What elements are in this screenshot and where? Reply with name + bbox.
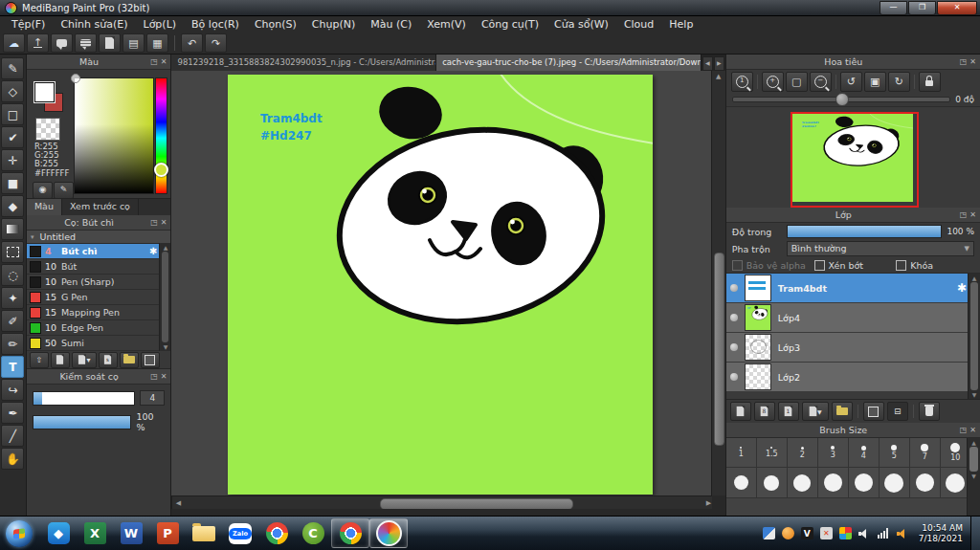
- brush-size-cell[interactable]: [910, 468, 941, 498]
- layer-visibility-icon[interactable]: [730, 343, 738, 351]
- brush-row[interactable]: 15 G Pen ✱: [27, 290, 171, 305]
- menu-window[interactable]: Cửa sổ(W): [546, 17, 616, 32]
- menu-filter[interactable]: Bộ lọc(R): [184, 17, 247, 32]
- minimize-button[interactable]: —: [880, 1, 907, 15]
- lock-checkbox[interactable]: Khóa: [896, 260, 974, 271]
- menu-tools[interactable]: Công cụ(T): [474, 17, 546, 32]
- menu-edit[interactable]: Chỉnh sửa(E): [53, 17, 135, 32]
- eyedropper-tool[interactable]: ✒: [1, 402, 24, 424]
- tab-brush-preview[interactable]: Xem trước cọ: [62, 199, 139, 215]
- tab-scroll-left-button[interactable]: ◀: [702, 56, 713, 71]
- scroll-down-icon[interactable]: ▼: [164, 343, 168, 350]
- brush-size-cell[interactable]: 4: [849, 438, 880, 468]
- rotation-slider-thumb[interactable]: [835, 93, 849, 106]
- operation-select-tool[interactable]: ↪: [1, 379, 24, 401]
- popout-icon[interactable]: ◳: [960, 426, 968, 434]
- select-eraser-tool[interactable]: ✏: [1, 333, 24, 355]
- scroll-left-icon[interactable]: ◀: [172, 499, 184, 507]
- fit-screen-button[interactable]: ▢: [786, 72, 808, 92]
- close-icon[interactable]: ✕: [969, 210, 976, 219]
- menu-color[interactable]: Màu (C): [363, 17, 419, 32]
- shape-brush-tool[interactable]: □: [1, 103, 24, 125]
- chrome-app[interactable]: [258, 519, 295, 547]
- brush-size-cell[interactable]: 2: [788, 438, 818, 468]
- menu-file[interactable]: Tệp(F): [4, 17, 53, 32]
- document-tab-1[interactable]: 981239218_3315883824302990035_n.jpg - C:…: [171, 55, 436, 71]
- menu-layer[interactable]: Lớp(L): [136, 17, 185, 32]
- layer-row-lop2[interactable]: Lớp2: [726, 363, 980, 392]
- popout-icon[interactable]: ◳: [960, 210, 968, 219]
- layer-row-tram4bdt[interactable]: Tram4bdt ✱: [726, 274, 980, 303]
- combine-layer-button[interactable]: ⊟: [887, 402, 908, 421]
- scroll-up-icon[interactable]: ▲: [971, 439, 976, 446]
- select-pen-tool[interactable]: ✐: [1, 310, 24, 332]
- zalo-app[interactable]: Zalo: [222, 519, 258, 547]
- script-brush-button[interactable]: s: [99, 352, 118, 368]
- palette-button[interactable]: ◉: [33, 182, 53, 199]
- new-folder-button[interactable]: [832, 402, 853, 421]
- navigator-view-frame[interactable]: [791, 112, 919, 208]
- scroll-up-icon[interactable]: ▲: [972, 275, 977, 281]
- brush-size-cell[interactable]: [880, 468, 910, 498]
- palette-edit-button[interactable]: ✎: [54, 182, 74, 199]
- error-doc-tray-icon[interactable]: ✕: [820, 527, 833, 539]
- brush-list-scrollbar[interactable]: ▲ ▼: [159, 243, 170, 351]
- brush-opacity-slider[interactable]: [33, 415, 132, 429]
- close-icon[interactable]: ✕: [969, 426, 976, 434]
- redo-button[interactable]: ↷: [205, 33, 227, 53]
- powerpoint-app[interactable]: P: [149, 519, 186, 547]
- brush-folder-button[interactable]: [120, 352, 139, 368]
- vertical-scrollbar[interactable]: ▲: [711, 71, 725, 495]
- layer-row-lop3[interactable]: Lớp3: [726, 333, 980, 363]
- brush-size-cell[interactable]: [726, 468, 757, 498]
- word-app[interactable]: W: [113, 519, 149, 547]
- layer-row-lop4[interactable]: Lớp4: [726, 303, 980, 333]
- rotation-slider[interactable]: [732, 97, 950, 102]
- protect-alpha-checkbox[interactable]: Bảo vệ alpha: [732, 260, 811, 271]
- brush-row[interactable]: 4 Bút chì ✱: [27, 244, 171, 259]
- close-icon[interactable]: ✕: [161, 57, 167, 66]
- brush-size-cell[interactable]: [849, 468, 880, 498]
- close-icon[interactable]: ✕: [161, 218, 167, 227]
- new-brush-menu-button[interactable]: ▾: [72, 352, 97, 368]
- add-layer-menu-button[interactable]: ▼: [802, 402, 829, 421]
- volume-tray-icon[interactable]: [858, 527, 871, 539]
- popout-icon[interactable]: ◳: [150, 57, 158, 66]
- new-brush-button[interactable]: [51, 352, 70, 368]
- popout-icon[interactable]: ◳: [960, 57, 968, 66]
- navigator-preview[interactable]: [726, 106, 980, 208]
- close-icon[interactable]: ✕: [969, 57, 976, 66]
- menu-view[interactable]: Xem(V): [419, 17, 474, 32]
- undo-button[interactable]: ↶: [181, 33, 203, 53]
- network-tray-icon[interactable]: [878, 527, 890, 539]
- coccoc-app[interactable]: C: [295, 519, 331, 547]
- excel-app[interactable]: X: [77, 519, 113, 547]
- canvas-viewport[interactable]: Tram4bdt #Hd247: [171, 71, 713, 495]
- brush-size-cell[interactable]: 1: [726, 438, 757, 468]
- zoom-in-button[interactable]: +: [762, 72, 784, 92]
- app-tray-icon[interactable]: [839, 527, 852, 539]
- control-point-tool[interactable]: ✔: [1, 126, 24, 148]
- scroll-up-icon[interactable]: ▲: [164, 244, 168, 251]
- hand-tool[interactable]: ✋: [1, 448, 24, 470]
- grid-button[interactable]: ▦: [146, 33, 168, 53]
- bucket-tool[interactable]: ◆: [1, 195, 24, 217]
- line-tool[interactable]: ╱: [1, 425, 24, 447]
- rotate-ccw-button[interactable]: ↺: [840, 72, 862, 92]
- chat-button[interactable]: [75, 33, 97, 53]
- select-rect-tool[interactable]: [1, 241, 24, 263]
- vertical-scrollbar-thumb[interactable]: [714, 253, 724, 446]
- artboard[interactable]: Tram4bdt #Hd247: [228, 75, 653, 495]
- cloud-button[interactable]: ☁: [3, 33, 25, 53]
- tab-scroll-right-button[interactable]: ▶: [714, 56, 724, 71]
- scrollbar-thumb[interactable]: [162, 252, 168, 342]
- delete-layer-button[interactable]: [919, 402, 940, 421]
- layer-opacity-slider[interactable]: [787, 225, 943, 238]
- fill-rect-tool[interactable]: ■: [1, 172, 24, 194]
- new-stencil-layer-button[interactable]: 1: [778, 402, 799, 421]
- scrollbar-thumb[interactable]: [970, 282, 978, 390]
- document-button[interactable]: [99, 33, 121, 53]
- duplicate-brush-button[interactable]: [141, 352, 160, 368]
- brush-size-cell[interactable]: [818, 468, 849, 498]
- close-button[interactable]: ✕: [937, 1, 977, 15]
